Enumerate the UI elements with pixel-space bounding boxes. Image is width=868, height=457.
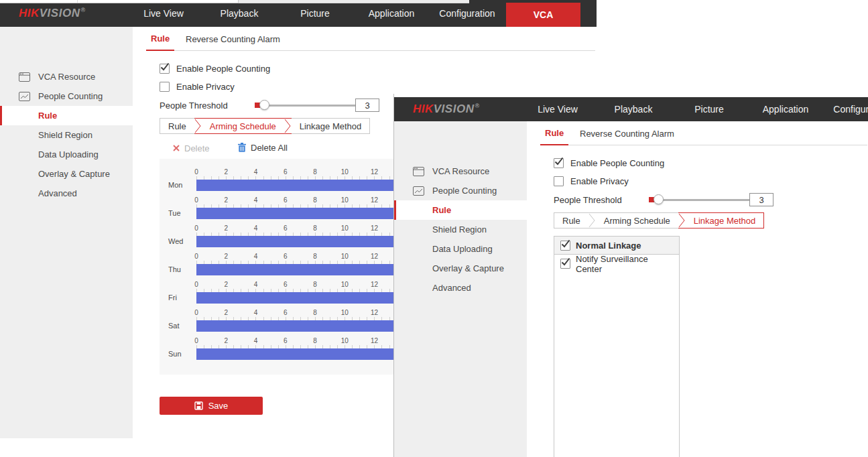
schedule-tick-label: 6 (284, 253, 288, 260)
enable-privacy-checkbox[interactable] (554, 176, 564, 186)
enable-people-counting-checkbox[interactable] (160, 64, 170, 74)
schedule-tick-label: 2 (224, 337, 228, 344)
schedule-day-label: Fri (168, 293, 177, 302)
schedule-tick-label: 12 (371, 337, 378, 344)
people-threshold-input[interactable] (355, 99, 379, 112)
subtab-arming-schedule[interactable]: Arming Schedule (202, 118, 284, 134)
sidebar-item-overlay-capture[interactable]: Overlay & Capture (394, 259, 527, 278)
sidebar-item-label: People Counting (38, 91, 103, 101)
nav-item-live-view[interactable]: Live View (143, 0, 184, 27)
sidebar-item-rule[interactable]: Rule (0, 106, 133, 125)
sidebar-item-vca-resource[interactable]: VCA Resource (394, 161, 527, 181)
tab-rule[interactable]: Rule (540, 121, 568, 145)
trash-icon (238, 143, 246, 152)
subtab-rule[interactable]: Rule (554, 212, 588, 228)
nav-item-vca-active[interactable]: VCA (506, 3, 580, 27)
sidebar-item-data-uploading[interactable]: Data Uploading (0, 145, 133, 164)
delete-x-icon (173, 145, 180, 151)
enable-privacy-checkbox[interactable] (160, 82, 170, 92)
subtab-rule[interactable]: Rule (160, 118, 194, 134)
schedule-tick-label: 0 (194, 196, 198, 204)
schedule-tick-label: 6 (284, 281, 288, 288)
sidebar-item-advanced[interactable]: Advanced (0, 184, 133, 203)
schedule-tick-label: 6 (284, 168, 288, 176)
normal-linkage-checkbox[interactable] (560, 241, 570, 251)
nav-item-playback[interactable]: Playback (615, 97, 653, 121)
schedule-tick-label: 6 (284, 196, 288, 204)
schedule-tick-label: 6 (284, 309, 288, 316)
sidebar-item-people-counting[interactable]: People Counting (0, 86, 133, 106)
sidebar-item-shield-region[interactable]: Shield Region (394, 220, 527, 239)
normal-linkage-label: Normal Linkage (576, 241, 641, 251)
hikvision-logo: HIKVISION® (413, 97, 480, 121)
tab-reverse-counting-alarm[interactable]: Reverse Counting Alarm (580, 121, 674, 145)
subtab-linkage-method[interactable]: Linkage Method (292, 118, 371, 134)
sidebar-item-rule[interactable]: Rule (394, 200, 527, 220)
subtab-arming-schedule[interactable]: Arming Schedule (596, 212, 678, 228)
people-threshold-slider-track[interactable] (649, 199, 749, 201)
nav-item-configuration[interactable]: Configuration (833, 97, 868, 121)
schedule-tick-label: 2 (224, 309, 228, 316)
sidebar-item-vca-resource[interactable]: VCA Resource (0, 67, 133, 86)
schedule-tick-label: 4 (254, 168, 258, 176)
save-button[interactable]: Save (160, 397, 263, 415)
sidebar-item-label: Data Uploading (432, 244, 493, 254)
main-content: Rule Reverse Counting Alarm Enable Peopl… (527, 121, 868, 457)
people-threshold-input[interactable] (749, 193, 773, 206)
people-counting-icon (19, 92, 30, 101)
check-icon (561, 257, 570, 267)
tab-rule[interactable]: Rule (146, 27, 174, 51)
logo-vision: VISION (40, 7, 80, 20)
subtab-separator (678, 212, 686, 228)
nav-item-application[interactable]: Application (763, 97, 809, 121)
schedule-tick-label: 0 (194, 224, 198, 232)
people-threshold-slider-track[interactable] (255, 105, 355, 107)
nav-item-picture[interactable]: Picture (694, 97, 724, 121)
browser-chrome-strip (239, 0, 469, 3)
sidebar-item-advanced[interactable]: Advanced (394, 278, 527, 298)
schedule-tick-label: 4 (254, 253, 258, 260)
sidebar-item-data-uploading[interactable]: Data Uploading (394, 239, 527, 259)
sidebar-item-label: Overlay & Capture (432, 263, 504, 273)
schedule-tick-label: 10 (341, 224, 349, 232)
enable-privacy-row: Enable Privacy (554, 176, 629, 186)
schedule-tick-label: 4 (254, 337, 258, 344)
delete-button[interactable]: Delete (173, 142, 210, 154)
chevron-right-icon (284, 119, 292, 133)
check-icon (561, 239, 570, 249)
front-window: HIKVISION® Live View Playback Picture Ap… (393, 94, 868, 457)
people-threshold-label: People Threshold (554, 195, 622, 205)
schedule-tick-label: 0 (194, 337, 198, 344)
people-threshold-slider-thumb[interactable] (259, 100, 269, 110)
tab-reverse-counting-alarm[interactable]: Reverse Counting Alarm (186, 27, 280, 51)
schedule-tick-label: 8 (313, 224, 317, 232)
enable-people-counting-checkbox[interactable] (554, 158, 564, 168)
enable-people-counting-row: Enable People Counting (554, 158, 664, 168)
subtab-linkage-method[interactable]: Linkage Method (686, 212, 765, 228)
vca-resource-icon (413, 167, 424, 176)
nav-item-application[interactable]: Application (369, 0, 415, 27)
delete-button-label: Delete (184, 143, 210, 153)
schedule-tick-label: 10 (341, 281, 349, 288)
delete-all-button[interactable]: Delete All (238, 141, 288, 153)
schedule-tick-label: 4 (254, 224, 258, 232)
enable-people-counting-label: Enable People Counting (570, 158, 664, 168)
schedule-tick-label: 8 (313, 281, 317, 288)
schedule-tick-label: 2 (224, 253, 228, 260)
notify-surveillance-center-checkbox[interactable] (560, 259, 570, 269)
schedule-tick-label: 4 (254, 281, 258, 288)
schedule-tick-label: 4 (254, 309, 258, 316)
nav-item-live-view[interactable]: Live View (538, 97, 578, 121)
sidebar-item-shield-region[interactable]: Shield Region (0, 125, 133, 145)
notify-surveillance-center-row: Notify Surveillance Center (554, 255, 679, 273)
nav-item-picture[interactable]: Picture (300, 0, 330, 27)
sidebar-item-people-counting[interactable]: People Counting (394, 181, 527, 200)
sidebar-item-overlay-capture[interactable]: Overlay & Capture (0, 164, 133, 184)
nav-item-configuration[interactable]: Configuration (439, 0, 495, 27)
chevron-right-icon (194, 119, 202, 133)
schedule-tick-label: 0 (194, 168, 198, 176)
schedule-tick-label: 10 (341, 337, 349, 344)
normal-linkage-header: Normal Linkage (554, 237, 679, 255)
nav-item-playback[interactable]: Playback (221, 0, 259, 27)
people-threshold-slider-thumb[interactable] (654, 194, 664, 204)
